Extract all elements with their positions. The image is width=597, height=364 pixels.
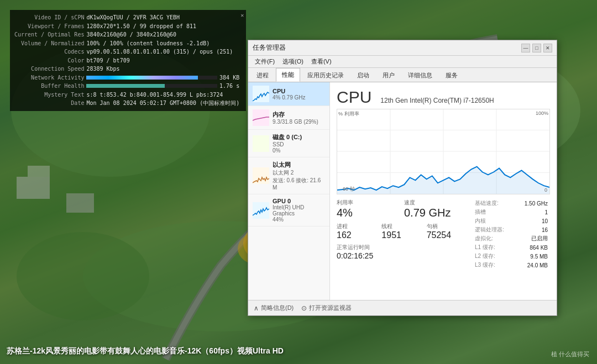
monitor-label: 打开资源监视器 xyxy=(309,304,352,312)
stats-row-1: 利用率 4% 速度 0.79 GHz xyxy=(337,199,467,219)
logical-label: 逻辑处理器: xyxy=(473,225,515,234)
summary-button[interactable]: ∧ 简略信息(D) xyxy=(254,304,294,312)
handles-stat: 句柄 75254 xyxy=(427,223,467,240)
menu-view[interactable]: 查看(V) xyxy=(308,57,335,66)
mem-mini-chart xyxy=(253,109,269,126)
mem-sidebar-sub: 9.3/31.8 GB (29%) xyxy=(273,119,325,125)
chart-y-max: 100% xyxy=(536,110,548,116)
vid-label-netact: Network Activity xyxy=(14,73,86,82)
net-sidebar-text: 以太网 以太网 2 发送: 0.6 接收: 21.6 M xyxy=(273,161,325,191)
uptime-label: 正常运行时间 xyxy=(337,244,467,251)
gpu-sidebar-sub2: 44% xyxy=(273,217,325,223)
monitor-icon: ⊙ xyxy=(301,304,307,312)
threads-label: 线程 xyxy=(381,223,422,230)
sockets-label: 插槽 xyxy=(473,208,515,217)
tab-bar: 进程 性能 应用历史记录 启动 用户 详细信息 服务 xyxy=(248,68,557,82)
cpu-mini-chart xyxy=(253,86,269,102)
sidebar-item-cpu[interactable]: CPU 4% 0.79 GHz xyxy=(248,82,329,106)
cpu-chart: % 利用率 100% 60 秒 0 xyxy=(337,109,550,194)
svg-point-5 xyxy=(17,232,149,320)
vid-val-res: 3840x2160@60 / 3840x2160@60 xyxy=(86,30,242,39)
handles-label: 句柄 xyxy=(427,223,467,230)
window-controls: — □ ✕ xyxy=(521,44,552,52)
vid-label-viewport: Viewport / Frames xyxy=(14,22,86,31)
net-sidebar-name: 以太网 xyxy=(273,161,325,169)
video-info-panel: ✕ Video ID / sCPN dK1wXQogTUU / 2VFR 3AC… xyxy=(10,10,246,111)
vid-val-bufhealth: 1.76 s xyxy=(86,82,242,91)
disk-sidebar-sub2: 0% xyxy=(273,147,325,154)
vid-val-videoid: dK1wXQogTUU / 2VFR 3ACG YEBH xyxy=(86,13,242,22)
summary-label: 简略信息(D) xyxy=(261,304,294,312)
detail-title: CPU xyxy=(337,88,371,107)
menu-file[interactable]: 文件(F) xyxy=(252,57,278,66)
chevron-up-icon: ∧ xyxy=(254,304,259,312)
chart-y-label: % 利用率 xyxy=(338,110,359,118)
sidebar-item-gpu[interactable]: GPU 0 Intel(R) UHD Graphics 44% xyxy=(248,194,329,226)
svg-rect-19 xyxy=(253,135,269,152)
vid-val-volume: 100% / 100% (content loudness -2.1dB) xyxy=(86,39,242,48)
cpu-sidebar-name: CPU xyxy=(273,88,325,94)
sidebar-item-memory[interactable]: 内存 9.3/31.8 GB (29%) xyxy=(248,106,329,130)
stats-area: 利用率 4% 速度 0.79 GHz 进程 162 xyxy=(337,199,550,270)
tab-startup[interactable]: 启动 xyxy=(351,68,375,82)
sidebar-item-network[interactable]: 以太网 以太网 2 发送: 0.6 接收: 21.6 M xyxy=(248,157,329,194)
window-title: 任务管理器 xyxy=(253,43,286,52)
maximize-button[interactable]: □ xyxy=(532,44,541,52)
speed-value: 0.79 GHz xyxy=(404,207,467,219)
menubar: 文件(F) 选项(O) 查看(V) xyxy=(248,56,557,68)
sidebar: CPU 4% 0.79 GHz 内存 9.3/31.8 GB (29%) xyxy=(248,82,330,300)
vid-val-mystery: s:8 t:853.42 b:840.001-854.999 L pbs:372… xyxy=(86,91,242,99)
tab-performance[interactable]: 性能 xyxy=(276,68,300,82)
vid-label-color: Color xyxy=(14,56,86,65)
cpu-sidebar-text: CPU 4% 0.79 GHz xyxy=(273,88,325,101)
virt-label: 虚拟化: xyxy=(473,234,515,243)
tab-users[interactable]: 用户 xyxy=(376,68,401,82)
tab-details[interactable]: 详细信息 xyxy=(402,68,438,82)
svg-rect-13 xyxy=(17,177,50,199)
tab-services[interactable]: 服务 xyxy=(439,68,464,82)
disk-mini-chart xyxy=(253,135,269,152)
vid-val-connspeed: 28389 Kbps xyxy=(86,65,242,73)
sockets-value: 1 xyxy=(515,208,550,217)
tab-processes[interactable]: 进程 xyxy=(250,68,275,82)
menu-options[interactable]: 选项(O) xyxy=(279,57,307,66)
disk-sidebar-name: 磁盘 0 (C:) xyxy=(273,133,325,141)
detail-panel: CPU 12th Gen Intel(R) Core(TM) i7-12650H… xyxy=(330,82,557,300)
virt-value: 已启用 xyxy=(515,234,550,243)
vid-val-netact: 384 KB xyxy=(86,73,242,82)
left-stats: 利用率 4% 速度 0.79 GHz 进程 162 xyxy=(337,199,467,270)
vid-label-videoid: Video ID / sCPN xyxy=(14,13,86,22)
utilization-label: 利用率 xyxy=(337,199,400,207)
content-area: CPU 4% 0.79 GHz 内存 9.3/31.8 GB (29%) xyxy=(248,82,557,300)
vid-label-mystery: Mystery Text xyxy=(14,91,86,99)
detail-header: CPU 12th Gen Intel(R) Core(TM) i7-12650H xyxy=(337,88,550,107)
vid-label-connspeed: Connection Speed xyxy=(14,65,86,73)
base-speed-value: 1.50 GHz xyxy=(515,199,550,208)
threads-value: 1951 xyxy=(381,230,422,240)
resource-monitor-button[interactable]: ⊙ 打开资源监视器 xyxy=(301,304,352,312)
sidebar-item-disk[interactable]: 磁盘 0 (C:) SSD 0% xyxy=(248,130,329,157)
svg-rect-15 xyxy=(66,193,94,213)
cpu-sidebar-sub: 4% 0.79 GHz xyxy=(273,94,325,101)
vid-val-viewport: 1280x720*1.50 / 99 dropped of 811 xyxy=(86,22,242,31)
watermark: 植 什么值得买 xyxy=(551,350,589,358)
task-manager-window: 任务管理器 — □ ✕ 文件(F) 选项(O) 查看(V) 进程 性能 应用历史… xyxy=(248,40,557,316)
utilization-value: 4% xyxy=(337,207,400,219)
video-info-close[interactable]: ✕ xyxy=(240,11,244,20)
utilization-stat: 利用率 4% xyxy=(337,199,400,219)
processes-label: 进程 xyxy=(337,223,377,230)
net-sidebar-sub1: 以太网 2 xyxy=(273,169,325,177)
chart-x-end: 0 xyxy=(544,187,547,193)
svg-rect-18 xyxy=(253,109,269,126)
mem-sidebar-name: 内存 xyxy=(273,110,325,119)
mem-sidebar-text: 内存 9.3/31.8 GB (29%) xyxy=(273,110,325,125)
vid-label-res: Current / Optimal Res xyxy=(14,30,86,39)
uptime-value: 0:02:16:25 xyxy=(337,251,467,260)
tab-app-history[interactable]: 应用历史记录 xyxy=(301,68,350,82)
minimize-button[interactable]: — xyxy=(521,44,530,52)
speed-label: 速度 xyxy=(404,199,467,207)
processes-stat: 进程 162 xyxy=(337,223,377,240)
close-button[interactable]: ✕ xyxy=(543,44,552,52)
l2-label: L2 缓存: xyxy=(473,252,515,261)
cores-label: 内核 xyxy=(473,217,515,225)
